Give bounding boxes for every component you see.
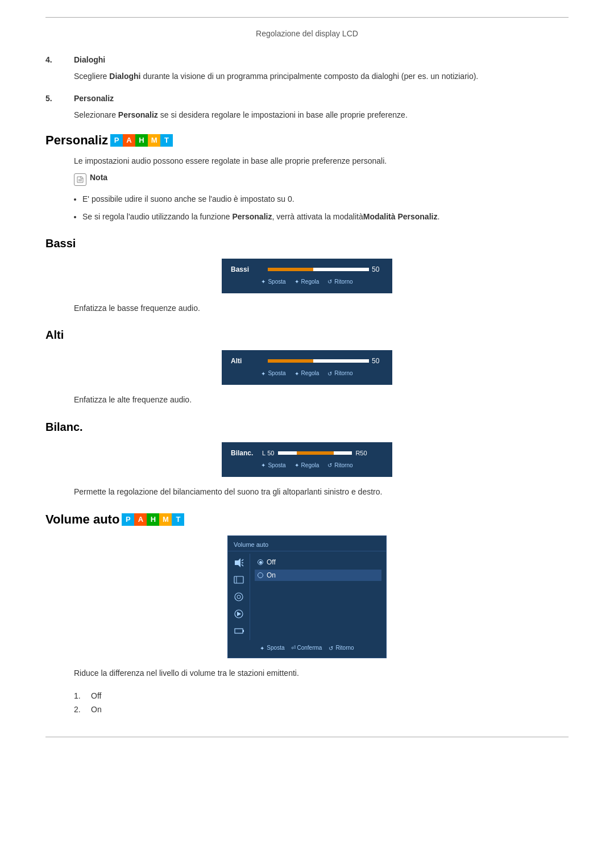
- vol-list-item-1: 1. Off: [74, 691, 569, 700]
- alti-footer-sposta: ✦ Sposta: [261, 370, 285, 376]
- nota-box: Nota: [74, 173, 569, 186]
- personaliz-bullets: E' possibile udire il suono anche se l'a…: [82, 193, 569, 223]
- alti-menu-label: Alti: [231, 357, 265, 365]
- vol-auto-title: Volume auto: [228, 539, 386, 551]
- vol-footer-sposta: ✦ Sposta: [260, 645, 284, 651]
- personaliz-intro: Le impostazioni audio possono essere reg…: [74, 155, 569, 167]
- bilanc-slider-track: [278, 451, 352, 455]
- vol-option-off[interactable]: Off: [255, 556, 381, 568]
- item-5: 5. Personaliz: [45, 94, 569, 103]
- personaliz-badges: P A H M T: [110, 134, 173, 147]
- bilanc-footer-ritorno: ↺ Ritorno: [327, 462, 352, 468]
- vol-auto-box: Volume auto: [227, 535, 387, 658]
- personaliz-heading-text: Personaliz: [45, 133, 108, 148]
- bilanc-menu-box: Bilanc. L 50 R 50 ✦ Sposta ✦ Regola ↺ Ri…: [222, 442, 392, 477]
- bilanc-heading: Bilanc.: [45, 421, 569, 434]
- vol-list-num-2: 2.: [74, 705, 91, 714]
- bilanc-ritorno-icon: ↺: [327, 462, 333, 468]
- svg-point-9: [237, 595, 240, 599]
- vol-badge-p: P: [122, 513, 134, 526]
- vol-badge-h: H: [147, 513, 159, 526]
- bassi-footer-regola: ✦ Regola: [294, 279, 320, 285]
- bassi-menu-label: Bassi: [231, 265, 265, 273]
- alti-slider-track: [268, 359, 369, 363]
- vol-badge-a: A: [134, 513, 147, 526]
- bilanc-footer-sposta: ✦ Sposta: [261, 462, 285, 468]
- bilanc-sposta-icon: ✦: [261, 462, 267, 468]
- badge-h: H: [135, 134, 148, 147]
- alti-slider-container: 50: [265, 357, 383, 365]
- bullet-1: E' possibile udire il suono anche se l'a…: [82, 193, 569, 205]
- bassi-description: Enfatizza le basse frequenze audio.: [74, 302, 569, 314]
- badge-m: M: [148, 134, 160, 147]
- item-4-number: 4.: [45, 55, 74, 64]
- bilanc-regola-icon: ✦: [294, 462, 300, 468]
- alti-heading: Alti: [45, 329, 569, 342]
- vol-icon-4: [233, 608, 245, 620]
- vol-auto-icons: [228, 554, 250, 640]
- bullet-2: Se si regola l'audio utilizzando la funz…: [82, 210, 569, 223]
- bassi-footer-ritorno: ↺ Ritorno: [327, 279, 352, 285]
- regola-icon: ✦: [294, 279, 300, 284]
- bilanc-r-label: R: [355, 450, 360, 456]
- bilanc-menu-screenshot: Bilanc. L 50 R 50 ✦ Sposta ✦ Regola ↺ Ri…: [45, 442, 569, 477]
- svg-line-3: [242, 559, 243, 561]
- vol-list-text-1: Off: [91, 691, 101, 700]
- badge-a: A: [123, 134, 135, 147]
- bassi-menu-box: Bassi 50 ✦ Sposta ✦ Regola ↺ Ritorno: [222, 259, 392, 293]
- vol-icon-5: [233, 625, 245, 637]
- alti-ritorno-icon: ↺: [327, 371, 333, 376]
- vol-auto-description: Riduce la differenza nel livello di volu…: [74, 667, 569, 679]
- bilanc-l-value: 50: [267, 450, 274, 456]
- alti-menu-box: Alti 50 ✦ Sposta ✦ Regola ↺ Ritorno: [222, 350, 392, 385]
- vol-option-off-label: Off: [267, 558, 276, 566]
- vol-option-on-label: On: [267, 571, 276, 579]
- vol-auto-options: Off On: [250, 554, 386, 640]
- bilanc-r-value: 50: [360, 450, 367, 456]
- bilanc-footer-regola: ✦ Regola: [294, 462, 320, 468]
- vol-badge-t: T: [172, 513, 184, 526]
- volume-auto-badges: P A H M T: [122, 513, 184, 526]
- bottom-border: [45, 737, 569, 737]
- alti-slider-value: 50: [372, 357, 383, 365]
- nota-icon: [74, 173, 86, 186]
- svg-rect-6: [234, 576, 243, 583]
- vol-radio-on: [258, 572, 263, 578]
- item-5-label: Personaliz: [74, 94, 114, 103]
- vol-badge-m: M: [159, 513, 172, 526]
- page-title: Regolazione del display LCD: [45, 29, 569, 38]
- vol-conferma-icon: ⏎: [291, 645, 296, 651]
- vol-auto-menu-screenshot: Volume auto: [45, 535, 569, 658]
- vol-icon-2: [233, 574, 245, 586]
- nota-label: Nota: [90, 173, 107, 182]
- vol-list-item-2: 2. On: [74, 705, 569, 714]
- bassi-slider-value: 50: [372, 265, 383, 273]
- vol-option-on[interactable]: On: [255, 570, 381, 581]
- item-4-description: Scegliere Dialoghi durante la visione di…: [74, 70, 569, 82]
- bilanc-label: Bilanc.: [231, 449, 262, 457]
- alti-menu-screenshot: Alti 50 ✦ Sposta ✦ Regola ↺ Ritorno: [45, 350, 569, 385]
- bassi-slider-fill: [268, 268, 313, 271]
- svg-rect-12: [243, 630, 244, 632]
- alti-menu-row: Alti 50: [228, 355, 386, 367]
- page-container: Regolazione del display LCD 4. Dialoghi …: [0, 0, 614, 868]
- bilanc-menu-footer: ✦ Sposta ✦ Regola ↺ Ritorno: [228, 462, 386, 468]
- svg-line-5: [242, 564, 243, 566]
- vol-ritorno-icon: ↺: [329, 645, 334, 651]
- bilanc-description: Permette la regolazione del bilanciament…: [74, 485, 569, 498]
- volume-auto-heading: Volume auto P A H M T: [45, 512, 569, 527]
- vol-auto-content: Off On: [228, 554, 386, 640]
- vol-footer-conferma: ⏎ Conferma: [291, 645, 322, 651]
- vol-footer-ritorno: ↺ Ritorno: [329, 645, 354, 651]
- svg-marker-2: [235, 558, 240, 567]
- bassi-footer-sposta: ✦ Sposta: [261, 279, 285, 285]
- alti-footer-ritorno: ↺ Ritorno: [327, 370, 352, 376]
- volume-auto-heading-text: Volume auto: [45, 512, 119, 527]
- bassi-slider-track: [268, 268, 369, 271]
- alti-sposta-icon: ✦: [261, 371, 267, 376]
- bassi-heading: Bassi: [45, 237, 569, 250]
- bassi-menu-screenshot: Bassi 50 ✦ Sposta ✦ Regola ↺ Ritorno: [45, 259, 569, 293]
- alti-description: Enfatizza le alte frequenze audio.: [74, 393, 569, 406]
- vol-radio-off: [258, 559, 263, 565]
- personaliz-heading: Personaliz P A H M T: [45, 133, 569, 148]
